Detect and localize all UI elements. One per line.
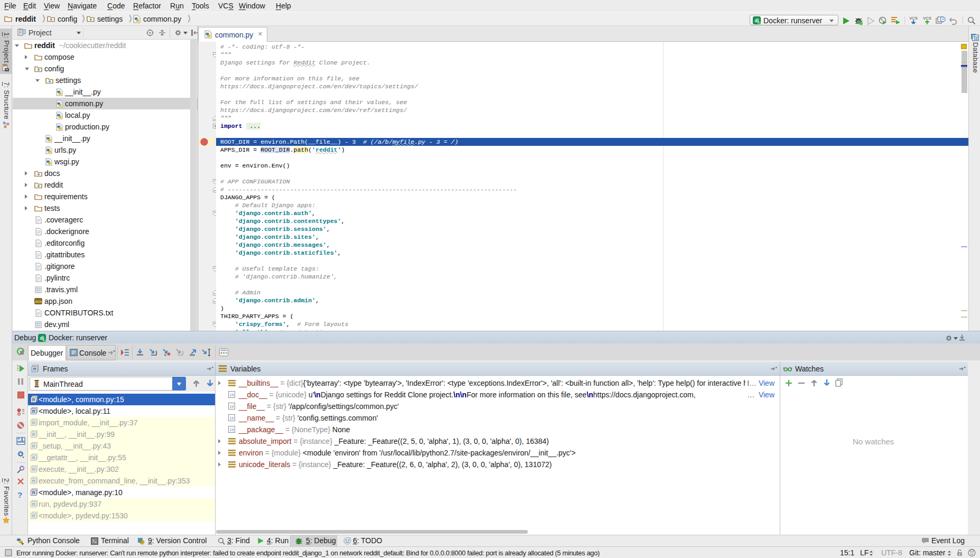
svg-text:s: s — [33, 491, 34, 495]
svg-text:19: 19 — [230, 428, 234, 432]
svg-text:JSON: JSON — [34, 300, 42, 303]
svg-text:dj: dj — [40, 336, 44, 341]
svg-text:s: s — [33, 410, 34, 414]
svg-text:VCS: VCS — [923, 16, 931, 21]
svg-text:s: s — [33, 445, 34, 449]
svg-text:s: s — [33, 457, 34, 460]
svg-text:s: s — [33, 503, 34, 507]
svg-text:s: s — [33, 422, 34, 425]
svg-text:s: s — [33, 468, 34, 472]
svg-text:s: s — [33, 398, 34, 402]
svg-text:VCS: VCS — [909, 16, 917, 21]
svg-text:s: s — [33, 480, 34, 483]
svg-text:dj: dj — [755, 18, 759, 23]
svg-text:s: s — [33, 433, 34, 437]
svg-text:19: 19 — [230, 405, 234, 408]
svg-text:s: s — [34, 368, 35, 371]
svg-text:19: 19 — [230, 393, 234, 397]
svg-text:19: 19 — [230, 416, 234, 420]
svg-text:s: s — [33, 515, 34, 518]
